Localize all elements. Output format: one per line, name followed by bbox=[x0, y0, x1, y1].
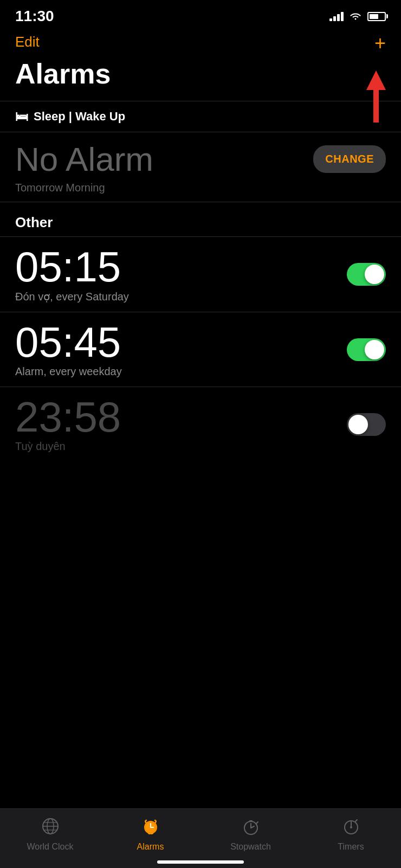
stopwatch-icon bbox=[241, 816, 261, 839]
alarm-item-0515: 05:15 Đón vợ, every Saturday bbox=[0, 236, 401, 312]
tab-timers-label: Timers bbox=[338, 842, 364, 852]
globe-icon bbox=[41, 816, 60, 839]
tab-stopwatch-label: Stopwatch bbox=[230, 842, 271, 852]
tab-bar: World Clock Alarms bbox=[0, 808, 401, 868]
alarm-label-0515: Đón vợ, every Saturday bbox=[15, 290, 129, 303]
other-section-header: Other bbox=[0, 202, 401, 236]
battery-icon bbox=[367, 12, 386, 21]
alarm-clock-icon bbox=[141, 816, 160, 839]
arrow-stem bbox=[373, 90, 379, 123]
alarm-item-2358: 23:58 Tuỳ duyên bbox=[0, 387, 401, 461]
sleep-section-header: 🛏 Sleep | Wake Up bbox=[0, 101, 401, 132]
alarm-time-0515: 05:15 bbox=[15, 246, 129, 288]
sleep-section-label: Sleep | Wake Up bbox=[34, 110, 125, 124]
alarm-item-0545: 05:45 Alarm, every weekday bbox=[0, 312, 401, 387]
tab-stopwatch[interactable]: Stopwatch bbox=[200, 816, 301, 852]
alarm-label-0545: Alarm, every weekday bbox=[15, 365, 122, 378]
alarm-label-2358: Tuỳ duyên bbox=[15, 440, 121, 453]
annotation-arrow bbox=[366, 70, 386, 123]
add-alarm-button[interactable]: + bbox=[374, 34, 386, 53]
tab-world-clock[interactable]: World Clock bbox=[0, 816, 100, 852]
alarm-toggle-0545[interactable] bbox=[347, 338, 386, 361]
tab-world-clock-label: World Clock bbox=[27, 842, 74, 852]
tab-alarms[interactable]: Alarms bbox=[100, 816, 200, 852]
tab-timers[interactable]: Timers bbox=[301, 816, 401, 852]
wifi-icon bbox=[349, 10, 362, 23]
header: Edit + bbox=[0, 29, 401, 55]
tab-alarms-label: Alarms bbox=[137, 842, 164, 852]
change-button[interactable]: CHANGE bbox=[313, 145, 386, 173]
edit-button[interactable]: Edit bbox=[15, 34, 40, 50]
page-title: Alarms bbox=[0, 55, 401, 101]
alarm-toggle-0515[interactable] bbox=[347, 263, 386, 286]
signal-bars-icon bbox=[329, 12, 344, 21]
timer-icon bbox=[341, 816, 361, 839]
svg-point-15 bbox=[350, 826, 352, 828]
home-indicator bbox=[157, 860, 244, 864]
status-bar: 11:30 bbox=[0, 0, 401, 29]
svg-rect-13 bbox=[249, 820, 253, 822]
no-alarm-text: No Alarm bbox=[15, 140, 153, 178]
alarm-time-0545: 05:45 bbox=[15, 321, 122, 363]
tomorrow-morning-label: Tomorrow Morning bbox=[0, 182, 401, 202]
alarm-time-2358: 23:58 bbox=[15, 396, 121, 438]
no-alarm-row: No Alarm CHANGE bbox=[0, 132, 401, 182]
bed-icon: 🛏 bbox=[15, 109, 28, 124]
status-time: 11:30 bbox=[15, 8, 54, 25]
arrow-up-icon bbox=[366, 70, 386, 90]
alarm-toggle-2358[interactable] bbox=[347, 413, 386, 436]
status-icons bbox=[329, 10, 386, 23]
